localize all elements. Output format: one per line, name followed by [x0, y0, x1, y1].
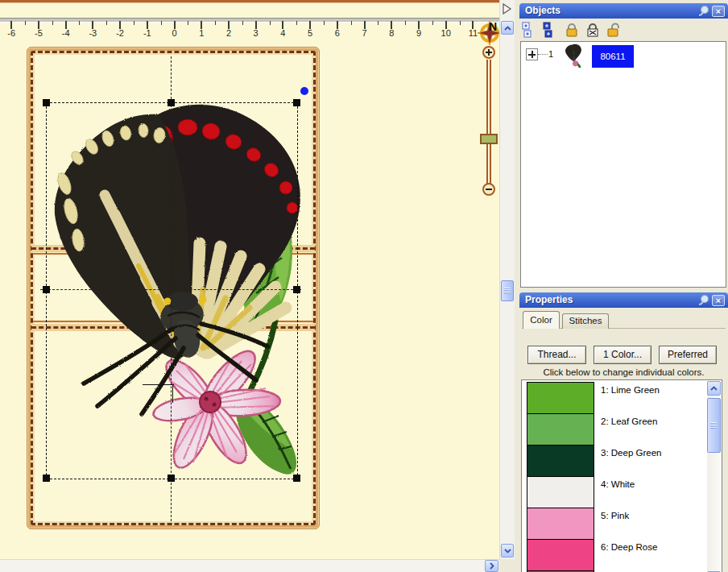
scroll-up-button[interactable] — [501, 21, 514, 35]
color-row[interactable]: 3: Deep Green — [522, 445, 707, 477]
rollup-icon[interactable] — [697, 5, 709, 17]
object-item-selected[interactable]: 80611 — [592, 45, 634, 68]
design-canvas[interactable]: -6-5-4-3-2-101234567891011 — [0, 0, 499, 559]
properties-close-button[interactable]: × — [712, 295, 725, 306]
vertical-scroll-thumb[interactable] — [501, 280, 514, 301]
selection-handle-ne[interactable] — [293, 99, 300, 106]
lock-closed-icon[interactable] — [564, 22, 580, 38]
properties-panel: Properties × Color Stitches Thread... 1 … — [519, 292, 728, 572]
ruler-tick-label: 1 — [199, 28, 204, 38]
object-thumbnail[interactable] — [560, 44, 587, 69]
chevron-down-icon — [504, 549, 511, 553]
ruler-tick-label: 9 — [416, 28, 421, 38]
properties-tabs: Color Stitches — [522, 311, 726, 329]
zoom-slider-track[interactable] — [486, 60, 491, 184]
preferred-button[interactable]: Preferred — [659, 346, 717, 364]
selection-box[interactable] — [46, 102, 298, 479]
chevron-up-icon — [504, 26, 511, 31]
color-swatch[interactable] — [527, 413, 594, 446]
scroll-right-button[interactable] — [485, 560, 498, 572]
color-list[interactable]: 1: Lime Green 2: Leaf Green 3: Deep Gree… — [521, 379, 722, 572]
ruler-tick-label: 5 — [308, 28, 312, 38]
ruler-tick-minor — [106, 21, 107, 25]
ruler-tick-label: -2 — [116, 28, 124, 38]
tab-stitches[interactable]: Stitches — [562, 313, 609, 329]
zoom-slider-handle[interactable] — [480, 134, 498, 144]
selection-handle-e[interactable] — [293, 286, 300, 293]
color-label: 3: Deep Green — [601, 448, 661, 458]
object-index: 1 — [548, 49, 553, 59]
ruler-tick-minor — [270, 21, 271, 25]
ruler-tick-minor — [242, 21, 243, 25]
select-plus-icon[interactable] — [522, 22, 538, 38]
color-row[interactable]: 2: Leaf Green — [522, 413, 707, 446]
panel-expander-icon[interactable] — [502, 3, 512, 15]
canvas-vertical-scrollbar[interactable] — [499, 0, 515, 559]
selection-handle-nw[interactable] — [43, 99, 50, 106]
one-color-button[interactable]: 1 Color... — [594, 346, 651, 364]
color-row[interactable]: 1: Lime Green — [522, 382, 707, 414]
properties-panel-titlebar[interactable]: Properties × — [519, 292, 728, 308]
selection-handle-n[interactable] — [168, 99, 175, 106]
selection-handle-s[interactable] — [168, 475, 175, 482]
ruler-tick-minor — [188, 21, 188, 25]
color-scroll-thumb[interactable] — [707, 398, 721, 453]
select-minus-icon[interactable] — [543, 22, 559, 38]
chevron-right-icon — [490, 562, 494, 570]
stitch-start-marker[interactable] — [300, 87, 308, 95]
ruler-tick-minor — [161, 21, 162, 25]
ruler-tick-label: -6 — [7, 28, 15, 38]
objects-panel-title: Objects — [525, 5, 560, 16]
color-swatch[interactable] — [527, 445, 594, 477]
ruler-tick-minor — [351, 21, 352, 25]
zoom-out-button[interactable] — [482, 183, 495, 196]
tree-connector — [538, 54, 548, 55]
ruler-tick-minor — [405, 21, 406, 25]
color-label: 2: Leaf Green — [601, 417, 657, 426]
ruler-tick-label: 10 — [441, 28, 451, 38]
selection-handle-w[interactable] — [43, 286, 50, 293]
tree-expand-button[interactable] — [526, 48, 538, 60]
objects-toolbar — [519, 19, 728, 41]
color-row[interactable]: 6: Deep Rose — [522, 539, 707, 571]
color-row[interactable]: 4: White — [522, 476, 707, 508]
ruler-tick-minor — [460, 21, 461, 25]
thread-button[interactable]: Thread... — [527, 346, 586, 364]
color-label: 6: Deep Rose — [601, 542, 657, 552]
color-swatch[interactable] — [527, 539, 594, 571]
color-list-scrollbar[interactable] — [707, 381, 721, 572]
objects-close-button[interactable]: × — [712, 6, 725, 17]
ruler-tick-minor — [134, 21, 134, 25]
ruler-tick-minor — [432, 21, 433, 25]
color-swatch[interactable] — [527, 476, 594, 508]
color-row[interactable]: 5: Pink — [522, 508, 707, 540]
chevron-up-icon — [710, 386, 718, 391]
lock-x-icon[interactable] — [585, 22, 601, 38]
zoom-in-button[interactable] — [482, 46, 495, 59]
ruler-tick-label: 4 — [280, 28, 285, 38]
color-label: 5: Pink — [601, 511, 629, 520]
ruler-tick-minor — [324, 21, 325, 25]
ruler-tick-label: 0 — [172, 28, 176, 38]
color-label: 4: White — [601, 479, 635, 489]
objects-panel-titlebar[interactable]: Objects × — [519, 3, 728, 19]
tab-color[interactable]: Color — [523, 311, 560, 329]
color-swatch[interactable] — [527, 508, 594, 540]
color-hint-text: Click below to change individual colors. — [519, 367, 728, 377]
compass-north-label: N — [489, 20, 497, 33]
ruler-tick-label: 11 — [469, 28, 478, 38]
scrollbar-corner — [499, 559, 514, 572]
selection-handle-se[interactable] — [293, 475, 300, 482]
ruler-tick-label: -4 — [62, 28, 70, 38]
ruler-tick-minor — [25, 21, 26, 25]
objects-panel: Objects × — [519, 3, 728, 289]
selection-handle-sw[interactable] — [43, 475, 50, 482]
lock-open-icon[interactable] — [606, 22, 622, 38]
color-swatch[interactable] — [527, 382, 594, 414]
scroll-down-button[interactable] — [501, 544, 514, 557]
color-scroll-up-button[interactable] — [707, 381, 721, 396]
canvas-horizontal-scrollbar[interactable] — [0, 559, 499, 572]
ruler-tick-label: 7 — [362, 28, 366, 38]
rollup-icon[interactable] — [697, 294, 709, 306]
objects-list[interactable]: 1 80611 — [520, 41, 726, 288]
